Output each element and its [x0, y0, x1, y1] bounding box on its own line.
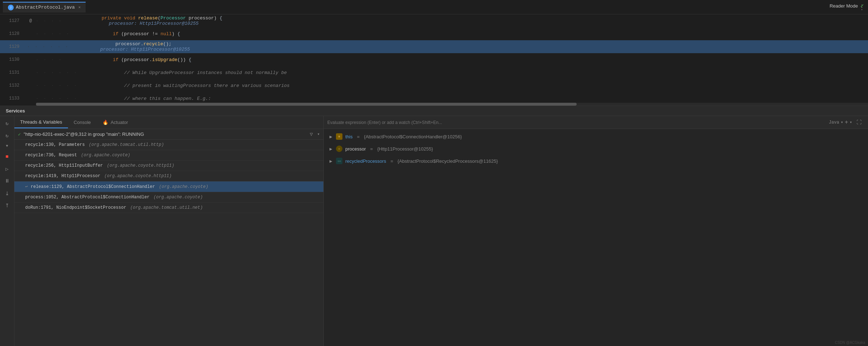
line-number-1132: 1132: [0, 83, 25, 88]
frame-pkg-1: (org.apache.coyote): [78, 153, 130, 158]
frame-loc-0: recycle:130, Parameters: [25, 142, 85, 147]
tab-title: AbstractProtocol.java: [16, 5, 75, 10]
line-number-1131: 1131: [0, 70, 25, 75]
java-label: Java: [829, 120, 839, 125]
var-name-recycled: recycledProcessors: [345, 158, 386, 164]
var-name-processor: processor: [345, 146, 366, 152]
variables-toolbar: Java ▾ + ▾ ⛶: [324, 116, 868, 129]
var-item-this[interactable]: ▶ ≡ this = {AbstractProtocol$ConnectionH…: [324, 130, 868, 143]
stop-button[interactable]: ■: [3, 152, 12, 161]
refresh-button[interactable]: ↻: [3, 119, 12, 128]
var-name-this: this: [345, 134, 353, 139]
frame-loc-2: recycle:256, Http11InputBuffer: [25, 163, 103, 168]
return-arrow-icon: ↩: [25, 184, 28, 189]
pause-button[interactable]: ⏸: [3, 177, 12, 185]
services-title: Services: [6, 108, 25, 114]
tab-bar: J AbstractProtocol.java × Reader Mode ✓ …: [0, 0, 868, 14]
thread-name: "http-nio-6201-exec-2"@9,312 in group "m…: [24, 132, 307, 137]
frame-pkg-2: (org.apache.coyote.http11): [104, 163, 174, 168]
stack-frame-6[interactable]: doRun:1791, NioEndpoint$SocketProcessor …: [14, 203, 323, 213]
frame-loc-1: recycle:736, Request: [25, 153, 77, 158]
line-gutter-1127: @: [25, 18, 36, 23]
variables-panel: Java ▾ + ▾ ⛶ ▶ ≡ this = {AbstractProtoco…: [324, 116, 868, 346]
frame-pkg-0: (org.apache.tomcat.util.http): [86, 142, 164, 147]
frame-pkg-6: (org.apache.tomcat.util.net): [128, 205, 203, 210]
download-button[interactable]: ⤓: [3, 189, 12, 198]
line-dots-1127: · · · ·: [36, 19, 79, 23]
upload-button[interactable]: ⤒: [3, 201, 12, 210]
add-watch-button[interactable]: +: [845, 119, 848, 126]
line-number-1127: 1127: [0, 18, 25, 23]
line-dots-1128: · · · · ·: [36, 32, 79, 36]
thread-running-check: ✓: [18, 132, 21, 137]
horizontal-scrollbar[interactable]: [36, 103, 868, 106]
threads-panel: Threads & Variables Console 🔥 Actuator ✓…: [14, 116, 324, 346]
filter-icon[interactable]: ▽: [310, 131, 313, 137]
var-equals-this: =: [357, 134, 360, 139]
expand-panel-icon[interactable]: ⛶: [854, 118, 864, 127]
var-equals-recycled: =: [390, 158, 393, 164]
frame-pkg-5: (org.apache.coyote): [151, 195, 203, 200]
java-file-icon: J: [8, 5, 14, 10]
line-dots-1133: · · · · · ·: [36, 96, 79, 101]
frame-loc-3: recycle:1419, Http11Processor: [25, 174, 100, 179]
frame-pkg-4: (org.apache.coyote): [156, 184, 208, 189]
services-header: Services: [0, 106, 868, 116]
var-expand-arrow-this[interactable]: ▶: [330, 135, 332, 139]
java-dropdown-arrow[interactable]: ▾: [841, 120, 843, 125]
reader-mode-check-icon: ✓: [860, 3, 864, 9]
var-type-icon-processor: ○: [336, 146, 342, 152]
stack-frame-4[interactable]: ↩ release:1129, AbstractProtocol$Connect…: [14, 181, 323, 192]
line-dots-1132: · · · · · ·: [36, 83, 79, 88]
editor-area: 1127 @ · · · · private void release(Proc…: [0, 14, 868, 106]
stack-frame-5[interactable]: process:1052, AbstractProtocol$Connectio…: [14, 192, 323, 203]
stack-frame-2[interactable]: recycle:256, Http11InputBuffer (org.apac…: [14, 161, 323, 171]
thread-dropdown-arrow[interactable]: ▾: [317, 132, 320, 137]
code-lines: 1127 @ · · · · private void release(Proc…: [0, 14, 868, 105]
actuator-flame-icon: 🔥: [103, 120, 108, 125]
tab-close-button[interactable]: ×: [78, 5, 81, 10]
var-item-recycledprocessors[interactable]: ▶ ○○ recycledProcessors = {AbstractProto…: [324, 155, 868, 167]
tab-actuator[interactable]: 🔥 Actuator: [97, 117, 134, 128]
tab-threads-variables[interactable]: Threads & Variables: [14, 116, 68, 128]
reader-mode-button[interactable]: Reader Mode ✓: [830, 3, 864, 9]
tab-console-label: Console: [74, 120, 91, 125]
file-tab[interactable]: J AbstractProtocol.java ×: [3, 2, 86, 13]
frame-loc-4: release:1129, AbstractProtocol$Connectio…: [31, 184, 155, 189]
panel-tabs: Threads & Variables Console 🔥 Actuator: [14, 116, 323, 129]
var-type-icon-recycled: ○○: [336, 158, 342, 164]
tab-console[interactable]: Console: [68, 117, 97, 128]
step-over-button[interactable]: ▷: [3, 165, 12, 173]
line-number-1129: 1129: [0, 44, 25, 49]
left-toolbar: ↻ ↻ ▼ ■ ▷ ⏸ ⤓ ⤒: [0, 116, 14, 346]
services-body: ↻ ↻ ▼ ■ ▷ ⏸ ⤓ ⤒ Threads & Variables Cons…: [0, 116, 868, 346]
var-value-processor: {Http11Processor@10255}: [377, 146, 433, 152]
resume-button[interactable]: ↻: [3, 131, 12, 140]
line-dots-1130: · · · ·: [36, 57, 79, 62]
line-number-1128: 1128: [0, 31, 25, 36]
var-item-processor[interactable]: ▶ ○ processor = {Http11Processor@10255}: [324, 143, 868, 155]
line-number-1133: 1133: [0, 96, 25, 101]
line-number-1130: 1130: [0, 57, 25, 62]
watch-dropdown-button[interactable]: ▾: [850, 120, 852, 125]
var-expand-arrow-recycled[interactable]: ▶: [330, 159, 332, 163]
stack-frame-1[interactable]: recycle:736, Request (org.apache.coyote): [14, 150, 323, 161]
services-panel: Services ↻ ↻ ▼ ■ ▷ ⏸ ⤓ ⤒ Threads & Varia…: [0, 106, 868, 346]
stack-frame-0[interactable]: recycle:130, Parameters (org.apache.tomc…: [14, 140, 323, 150]
var-value-this: {AbstractProtocol$ConnectionHandler@1025…: [364, 134, 462, 139]
var-expand-arrow-processor[interactable]: ▶: [330, 147, 332, 151]
var-type-icon-this: ≡: [336, 133, 342, 140]
thread-header: ✓ "http-nio-6201-exec-2"@9,312 in group …: [14, 129, 323, 140]
horizontal-scrollbar-thumb: [36, 103, 577, 106]
frame-loc-6: doRun:1791, NioEndpoint$SocketProcessor: [25, 205, 126, 210]
stack-frame-list: recycle:130, Parameters (org.apache.tomc…: [14, 140, 323, 346]
line-dots-1129: · · · · · ·: [27, 45, 71, 49]
watermark: CSDN @ACGkaka: [835, 341, 865, 345]
expression-input[interactable]: [327, 120, 826, 125]
line-dots-1131: · · · · · ·: [36, 70, 79, 75]
reader-mode-label: Reader Mode: [830, 3, 858, 9]
var-value-recycled: {AbstractProtocol$RecycledProcessors@116…: [397, 158, 498, 164]
frame-pkg-3: (org.apache.coyote.http11): [102, 174, 172, 179]
stack-frame-3[interactable]: recycle:1419, Http11Processor (org.apach…: [14, 171, 323, 181]
variables-list: ▶ ≡ this = {AbstractProtocol$ConnectionH…: [324, 129, 868, 346]
